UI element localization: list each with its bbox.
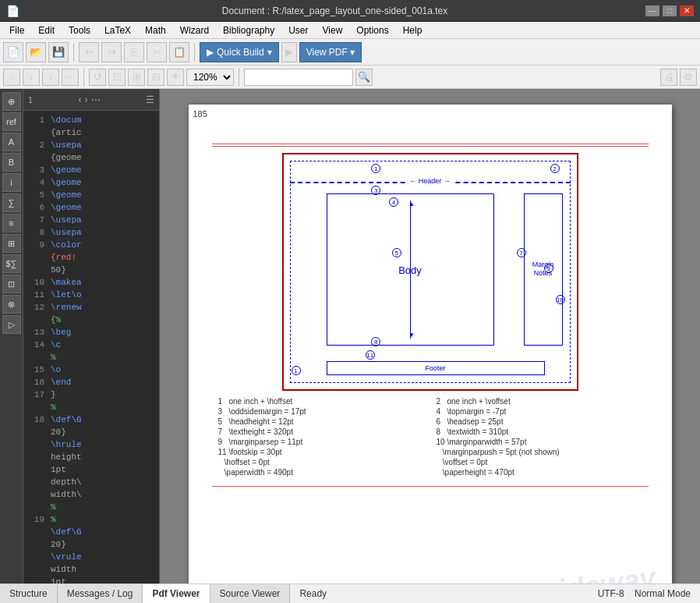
lp-btn7[interactable]: ≡ [2,214,21,232]
line-number [23,476,51,488]
lp-btn12[interactable]: ▷ [2,315,21,334]
search-icon[interactable]: 🔍 [355,69,373,86]
code-line: 12\renew [23,301,159,314]
lp-btn2[interactable]: ref [2,112,21,131]
line-number: 7 [23,214,51,226]
lp-btn4[interactable]: B [2,153,21,172]
line-content: height [51,451,159,463]
code-line: \vrule [23,551,159,563]
menu-item-math[interactable]: Math [139,23,172,37]
tb2-btn1[interactable]: ⌂ [3,69,20,86]
line-number [23,538,51,551]
lp-btn9[interactable]: $∑ [2,254,21,273]
menu-item-options[interactable]: Options [350,23,394,37]
tb2-btn5[interactable]: ↺ [89,69,106,86]
annot-5: 5 [392,248,401,257]
menu-item-latex[interactable]: LaTeX [98,23,137,37]
copy-button[interactable]: ⎘ [124,42,144,62]
code-line: 20} [23,538,159,551]
code-line: {red! [23,251,159,264]
tab-source-viewer[interactable]: Source Viewer [210,584,291,603]
tab-pdf-viewer[interactable]: Pdf Viewer [143,584,210,603]
redo-button[interactable]: ↪ [101,42,122,62]
code-line: 11\let\o [23,289,159,301]
code-line: % [23,501,159,513]
code-area[interactable]: 1\docum{artic2\usepa{geome3\geome4\geome… [23,111,159,583]
code-line: 1pt [23,463,159,476]
tb2-btn7[interactable]: ⊞ [128,69,145,86]
lp-btn11[interactable]: ⊗ [2,295,21,314]
new-button[interactable]: 📄 [3,42,23,62]
save-button[interactable]: 💾 [48,42,69,62]
play-icon: ▶ [207,47,214,58]
zoom-select[interactable]: 120% 100% 150% 200% 75% [186,69,234,86]
tb2-eye[interactable]: 👁 [167,69,184,86]
line-number: 2 [23,139,51,151]
lp-btn1[interactable]: ⊕ [2,92,21,111]
line-number: 13 [23,326,51,339]
menu-item-user[interactable]: User [282,23,314,37]
settings-icon[interactable]: ⚙ [680,69,697,86]
lp-btn5[interactable]: i [2,173,21,192]
menu-item-file[interactable]: File [3,23,30,37]
line-number: 6 [23,201,51,214]
structure-icon[interactable]: ☰ [146,94,154,105]
code-line: 5\geome [23,189,159,201]
menu-item-wizard[interactable]: Wizard [174,23,215,37]
minimize-button[interactable]: — [645,5,659,16]
annot-11: 11 [366,350,375,360]
nav-right[interactable]: › [85,94,88,105]
code-line: 14 \c [23,339,159,351]
line-content: \def\G [51,413,159,426]
menu-item-help[interactable]: Help [397,23,429,37]
code-line: height [23,451,159,463]
search-input[interactable] [244,69,353,86]
lp-btn6[interactable]: ∑ [2,193,21,212]
undo-button[interactable]: ↩ [79,42,99,62]
red-line-top1 [212,144,649,144]
nav-more[interactable]: ⋯ [91,94,101,105]
line-content: \o [51,364,159,376]
tb2-next[interactable]: › [42,69,59,86]
window-title: Document : R:/latex_page_layout_one-side… [24,5,645,16]
line-number [23,563,51,576]
tb2-prev[interactable]: ‹ [23,69,40,86]
lp-btn10[interactable]: ⊡ [2,275,21,293]
tab-messages-log[interactable]: Messages / Log [58,584,143,603]
lp-btn8[interactable]: ⊞ [2,234,21,253]
menu-item-edit[interactable]: Edit [32,23,61,37]
lp-btn3[interactable]: A [2,133,21,151]
menu-item-view[interactable]: View [316,23,349,37]
line-number: 11 [23,289,51,301]
close-button[interactable]: ✕ [680,5,694,16]
menu-item-tools[interactable]: Tools [62,23,97,37]
print-icon[interactable]: 🖨 [660,69,677,86]
separator3 [83,68,84,87]
line-number: 10 [23,276,51,289]
nav-left[interactable]: ‹ [79,94,82,105]
tb2-more[interactable]: ⋯ [62,69,79,86]
quick-build-button[interactable]: ▶ Quick Build ▾ [200,42,279,62]
tb2-btn6[interactable]: ⊡ [108,69,126,86]
line-content: width\ [51,488,159,501]
open-button[interactable]: 📂 [26,42,46,62]
pdf-viewer[interactable]: 185 ← Header → Body ▲ ▼ [160,89,700,583]
paste-button[interactable]: 📋 [169,42,189,62]
code-line: 7\usepa [23,214,159,226]
tab-structure[interactable]: Structure [0,584,58,603]
tb2-btn8[interactable]: ⊟ [147,69,164,86]
maximize-button[interactable]: □ [663,5,677,16]
menu-item-bibliography[interactable]: Bibliography [217,23,281,37]
code-line: {% [23,314,159,326]
cut-button[interactable]: ✂ [147,42,167,62]
toolbar2: ⌂ ‹ › ⋯ ↺ ⊡ ⊞ ⊟ 👁 120% 100% 150% 200% 75… [0,66,700,89]
main-area: ⊕ ref A B i ∑ ≡ ⊞ $∑ ⊡ ⊗ ▷ 1 ‹ › ⋯ ☰ 1\d… [0,89,700,583]
tab-messages-log-label: Messages / Log [67,588,133,599]
line-number [23,426,51,438]
body-vertical-line: ▲ ▼ [410,200,411,339]
line-number [23,463,51,476]
run-arrow-button[interactable]: ▶ [281,42,297,62]
view-pdf-button[interactable]: View PDF ▾ [299,42,362,62]
code-line: width\ [23,488,159,501]
line-content: 20} [51,538,159,551]
